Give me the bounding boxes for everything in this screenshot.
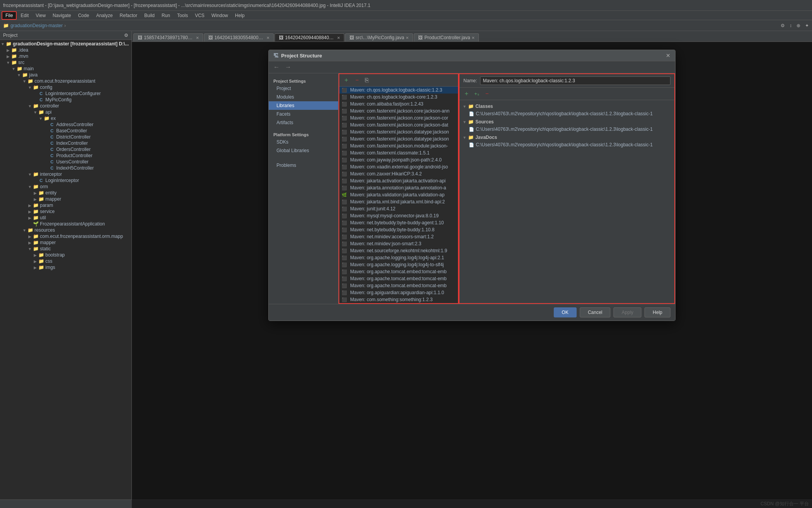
editor-tab[interactable]: 🖼src\...\MyPicConfig.java✕ xyxy=(345,33,413,42)
tree-item[interactable]: ▼📁com.ecut.frozenpearassistant xyxy=(0,78,131,84)
library-list-item[interactable]: ⬛Maven: org.apache.tomcat.embed:tomcat-e… xyxy=(339,275,458,282)
tree-item[interactable]: ▼📁controller xyxy=(0,103,131,109)
tree-item[interactable]: ▶📁service xyxy=(0,208,131,215)
top-icon-2[interactable]: ↕ xyxy=(790,23,792,28)
remove-path-button[interactable]: － xyxy=(482,89,492,99)
library-list-item[interactable]: 🌿Maven: jakarta.validation:jakarta.valid… xyxy=(339,191,458,198)
menu-file[interactable]: File xyxy=(2,11,17,20)
library-list-item[interactable]: ⬛Maven: com.alibaba:fastjson:1.2.43 xyxy=(339,101,458,107)
tree-item[interactable]: CDistrictController xyxy=(0,134,131,140)
tree-item[interactable]: ▶📁param xyxy=(0,202,131,208)
menu-analyze[interactable]: Analyze xyxy=(93,12,116,19)
add-path-button[interactable]: ＋ xyxy=(462,89,471,99)
editor-tab[interactable]: 🖼158574347389717800.jpg✕ xyxy=(133,33,203,42)
tree-item[interactable]: ▼📁main xyxy=(0,66,131,72)
tab-close-button[interactable]: ✕ xyxy=(196,36,199,40)
nav-artifacts[interactable]: Artifacts xyxy=(269,118,338,127)
library-list-item[interactable]: ⬛Maven: org.apache.tomcat.embed:tomcat-e… xyxy=(339,268,458,275)
nav-modules[interactable]: Modules xyxy=(269,93,338,101)
section-item[interactable]: 📄C:\Users\40763\.m2\repository\ch\qos\lo… xyxy=(460,110,674,117)
library-name-input[interactable] xyxy=(480,76,670,85)
nav-sdks[interactable]: SDKs xyxy=(269,138,338,146)
tree-item[interactable]: CBaseController xyxy=(0,128,131,134)
library-list-item[interactable]: ⬛Maven: com.something:something:1.2.3 xyxy=(339,296,458,303)
top-icon-4[interactable]: ✦ xyxy=(805,23,809,28)
section-item[interactable]: 📄C:\Users\40763\.m2\repository\ch\qos\lo… xyxy=(460,141,674,148)
tree-item[interactable]: ▼📁graduationDesign-master [frozenpearass… xyxy=(0,41,131,47)
tree-item[interactable]: CLoginInterceptor xyxy=(0,177,131,184)
ok-button[interactable]: OK xyxy=(554,307,577,317)
nav-facets[interactable]: Facets xyxy=(269,110,338,118)
panel-gear-icon[interactable]: ⚙ xyxy=(124,33,128,38)
add-library-button[interactable]: ＋ xyxy=(342,75,351,85)
editor-tab[interactable]: 🖼ProductController.java✕ xyxy=(414,33,479,42)
library-list-item[interactable]: ⬛Maven: com.vaadin.external.google:andro… xyxy=(339,163,458,170)
tree-item[interactable]: CIndexH5Controller xyxy=(0,165,131,171)
library-list-item[interactable]: ⬛Maven: jakarta.annotation:jakarta.annot… xyxy=(339,184,458,191)
nav-problems[interactable]: Problems xyxy=(269,161,338,170)
editor-tab[interactable]: 🖼164204260944088400.jpg✕ xyxy=(275,33,344,42)
menu-window[interactable]: Window xyxy=(208,12,231,19)
library-list-item[interactable]: ⬛Maven: com.fasterxml.classmate:1.5.1 xyxy=(339,149,458,156)
library-list-item[interactable]: ⬛Maven: com.fasterxml.jackson.core:jacks… xyxy=(339,114,458,121)
library-list-item[interactable]: ⬛Maven: ch.qos.logback:logback-core:1.2.… xyxy=(339,94,458,101)
library-list-item[interactable]: ⬛Maven: mysql:mysql-connector-java:8.0.1… xyxy=(339,212,458,219)
copy-library-button[interactable]: ⎘ xyxy=(363,76,370,85)
add-source-button[interactable]: +ₛ xyxy=(473,90,481,97)
tab-close-button[interactable]: ✕ xyxy=(472,36,475,40)
tree-item[interactable]: ▶📁mapper xyxy=(0,196,131,202)
library-list-item[interactable]: ⬛Maven: net.bytebuddy:byte-buddy:1.10.8 xyxy=(339,226,458,233)
library-list-item[interactable]: ⬛Maven: org.apache.logging.log4j:log4j-a… xyxy=(339,254,458,261)
apply-button[interactable]: Apply xyxy=(613,307,641,317)
library-list-item[interactable]: ⬛Maven: com.fasterxml.jackson.module:jac… xyxy=(339,142,458,149)
top-icon-1[interactable]: ⚙ xyxy=(781,23,785,28)
menu-help[interactable]: Help xyxy=(232,12,248,19)
library-list-item[interactable]: ⬛Maven: net.bytebuddy:byte-buddy-agent:1… xyxy=(339,219,458,226)
menu-view[interactable]: View xyxy=(33,12,49,19)
tree-item[interactable]: ▼📁static xyxy=(0,246,131,252)
tab-close-button[interactable]: ✕ xyxy=(337,36,340,40)
tree-item[interactable]: CIndexController xyxy=(0,140,131,146)
library-list-item[interactable]: ⬛Maven: jakarta.activation:jakarta.activ… xyxy=(339,177,458,184)
tree-item[interactable]: ▼📁resources xyxy=(0,227,131,233)
menu-edit[interactable]: Edit xyxy=(17,12,32,19)
editor-tab[interactable]: 🖼164204138305548000.jpg✕ xyxy=(204,33,274,42)
library-list-item[interactable]: ⬛Maven: org.apache.tomcat.embed:tomcat-e… xyxy=(339,282,458,289)
menu-vcs[interactable]: VCS xyxy=(192,12,208,19)
tree-item[interactable]: 🌱FrozenpearassistantApplication xyxy=(0,221,131,227)
nav-project[interactable]: Project xyxy=(269,84,338,93)
tree-item[interactable]: ▼📁java xyxy=(0,72,131,78)
tree-item[interactable]: ▼📁interceptor xyxy=(0,171,131,177)
library-list-item[interactable]: ⬛Maven: com.fasterxml.jackson.datatype:j… xyxy=(339,128,458,135)
tree-item[interactable]: ▶📁css xyxy=(0,258,131,264)
menu-navigate[interactable]: Navigate xyxy=(50,12,74,19)
nav-global-libraries[interactable]: Global Libraries xyxy=(269,146,338,155)
tree-item[interactable]: ▶📁util xyxy=(0,215,131,221)
library-list-item[interactable]: ⬛Maven: com.fasterxml.jackson.core:jacks… xyxy=(339,107,458,114)
modal-close-button[interactable]: ✕ xyxy=(666,52,670,59)
tree-item[interactable]: COrdersController xyxy=(0,146,131,153)
section-item[interactable]: 📄C:\Users\40763\.m2\repository\ch\qos\lo… xyxy=(460,126,674,133)
library-list-item[interactable]: ⬛Maven: jakarta.xml.bind:jakarta.xml.bin… xyxy=(339,198,458,205)
tree-item[interactable]: ▶📁imgs xyxy=(0,264,131,270)
tree-item[interactable]: CUsersController xyxy=(0,159,131,165)
tree-item[interactable]: CAddressController xyxy=(0,121,131,128)
library-list-item[interactable]: ⬛Maven: org.apiguardian:apiguardian-api:… xyxy=(339,289,458,296)
menu-refactor[interactable]: Refactor xyxy=(117,12,140,19)
help-button[interactable]: Help xyxy=(644,307,670,317)
library-list-item[interactable]: ⬛Maven: ch.qos.logback:logback-classic:1… xyxy=(339,87,458,94)
menu-code[interactable]: Code xyxy=(75,12,92,19)
modal-back-button[interactable]: ← xyxy=(272,63,281,71)
tree-item[interactable]: ▼📁src xyxy=(0,59,131,66)
library-list-item[interactable]: ⬛Maven: com.fasterxml.jackson.core:jacks… xyxy=(339,121,458,128)
library-list-item[interactable]: ⬛Maven: com.zaxxer:HikariCP:3.4.2 xyxy=(339,170,458,177)
library-list-item[interactable]: ⬛Maven: net.minidev:json-smart:2.3 xyxy=(339,240,458,247)
tab-close-button[interactable]: ✕ xyxy=(406,36,409,40)
tree-item[interactable]: ▶📁.mvn xyxy=(0,53,131,59)
menu-build[interactable]: Build xyxy=(141,12,158,19)
tree-item[interactable]: ▼📁config xyxy=(0,84,131,90)
tab-close-button[interactable]: ✕ xyxy=(266,36,270,40)
tree-item[interactable]: ▶📁com.ecut.frozenpearassistant.orm.mapp xyxy=(0,233,131,239)
tree-item[interactable]: ▼📁ex xyxy=(0,115,131,121)
menu-tools[interactable]: Tools xyxy=(174,12,191,19)
